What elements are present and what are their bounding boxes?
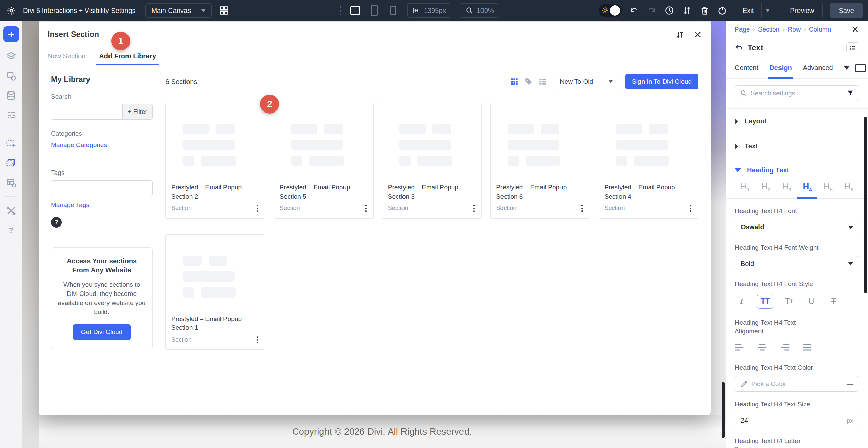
accordion-layout[interactable]: Layout bbox=[726, 109, 868, 134]
align-center-icon[interactable] bbox=[757, 343, 767, 351]
tools-icon[interactable] bbox=[6, 205, 17, 216]
panel-scrollbar[interactable] bbox=[864, 117, 867, 293]
underline-style-button[interactable]: U bbox=[805, 294, 818, 309]
italic-style-button[interactable]: I bbox=[735, 294, 748, 309]
modal-close-icon[interactable] bbox=[694, 30, 702, 39]
accordion-heading-text[interactable]: Heading Text bbox=[726, 159, 868, 181]
library-section-card[interactable]: Prestyled – Email Popup Section 3 Sectio… bbox=[382, 103, 482, 219]
manage-categories-link[interactable]: Manage Categories bbox=[51, 141, 107, 149]
theme-toggle[interactable] bbox=[599, 4, 622, 17]
heading-level-h4[interactable]: H4 bbox=[797, 181, 818, 198]
add-element-button[interactable] bbox=[3, 26, 19, 42]
filter-funnel-icon[interactable] bbox=[847, 89, 854, 97]
design-presets-icon[interactable] bbox=[6, 70, 17, 81]
undo-icon[interactable] bbox=[629, 5, 639, 16]
accordion-text[interactable]: Text bbox=[726, 134, 868, 159]
interactions-icon[interactable] bbox=[6, 138, 17, 149]
breadcrumb-column[interactable]: Column bbox=[809, 26, 831, 33]
trash-icon[interactable] bbox=[699, 5, 710, 16]
library-help-icon[interactable]: ? bbox=[51, 217, 62, 228]
list-view-icon[interactable] bbox=[538, 77, 547, 86]
get-divi-cloud-button[interactable]: Get Divi Cloud bbox=[73, 324, 131, 340]
breadcrumb-row[interactable]: Row bbox=[788, 26, 801, 33]
h4-font-weight-value: Bold bbox=[741, 260, 754, 268]
redo-icon[interactable] bbox=[647, 5, 657, 16]
library-section-card[interactable]: Prestyled – Email Popup Section 5 Sectio… bbox=[274, 103, 373, 219]
heading-level-h6[interactable]: H6 bbox=[839, 181, 859, 198]
tablet-view-icon[interactable] bbox=[369, 5, 379, 16]
align-left-icon[interactable] bbox=[735, 343, 745, 351]
library-search-input[interactable] bbox=[51, 104, 122, 119]
desktop-view-icon[interactable] bbox=[350, 5, 360, 16]
tab-design[interactable]: Design bbox=[769, 58, 792, 78]
grid-view-icon[interactable] bbox=[510, 77, 519, 86]
desktop-preview-icon[interactable] bbox=[855, 64, 866, 72]
page-settings-gear-icon[interactable] bbox=[6, 5, 16, 16]
save-button[interactable]: Save bbox=[830, 3, 863, 18]
preview-button[interactable]: Preview bbox=[782, 3, 823, 18]
library-section-card[interactable]: Prestyled – Email Popup Section 6 Sectio… bbox=[490, 103, 590, 219]
canvas-scrollbar[interactable] bbox=[722, 382, 725, 438]
canvas-selector[interactable]: Main Canvas bbox=[145, 3, 212, 18]
card-menu-button[interactable] bbox=[580, 203, 585, 213]
history-icon[interactable] bbox=[664, 5, 674, 16]
card-menu-button[interactable] bbox=[255, 335, 260, 345]
filter-button[interactable]: + Filter bbox=[122, 104, 152, 119]
layers-icon[interactable] bbox=[6, 51, 17, 62]
card-menu-button[interactable] bbox=[688, 203, 693, 213]
h4-text-color-picker[interactable]: Pick a Color — bbox=[735, 376, 859, 392]
heading-level-h1[interactable]: H1 bbox=[735, 181, 755, 198]
heading-level-h5[interactable]: H5 bbox=[818, 181, 839, 198]
panel-close-icon[interactable] bbox=[851, 25, 859, 33]
sort-layers-icon[interactable] bbox=[682, 5, 692, 16]
exit-dropdown-button[interactable] bbox=[762, 3, 774, 18]
field-list-icon[interactable] bbox=[6, 110, 17, 121]
canvas-zoom-field[interactable]: 100% bbox=[460, 3, 499, 18]
card-menu-button[interactable] bbox=[255, 203, 260, 213]
search-icon bbox=[740, 89, 747, 97]
canvas-width-field[interactable]: 1395px bbox=[407, 3, 451, 18]
back-arrow-icon[interactable] bbox=[735, 44, 743, 52]
power-save-icon[interactable] bbox=[717, 5, 727, 16]
manage-tags-link[interactable]: Manage Tags bbox=[51, 201, 90, 209]
tab-new-section[interactable]: New Section bbox=[47, 47, 85, 65]
tag-view-icon[interactable] bbox=[524, 77, 533, 86]
modal-sort-icon[interactable] bbox=[675, 30, 684, 39]
tab-content[interactable]: Content bbox=[735, 58, 758, 78]
exit-button[interactable]: Exit bbox=[735, 3, 762, 18]
sections-grid: Prestyled – Email Popup Section 2 Sectio… bbox=[165, 103, 698, 350]
phone-view-icon[interactable] bbox=[388, 5, 398, 16]
breadcrumb-section[interactable]: Section bbox=[758, 26, 780, 33]
align-right-icon[interactable] bbox=[780, 343, 790, 351]
card-menu-button[interactable] bbox=[472, 203, 476, 213]
sign-in-divi-cloud-button[interactable]: Sign In To Divi Cloud bbox=[625, 74, 698, 89]
help-icon[interactable]: ? bbox=[6, 225, 17, 236]
card-menu-button[interactable] bbox=[363, 203, 368, 213]
align-justify-icon[interactable] bbox=[802, 343, 812, 351]
strikethrough-style-button[interactable]: T bbox=[827, 294, 841, 309]
h4-font-weight-select[interactable]: Bold bbox=[735, 256, 859, 271]
uppercase-style-button[interactable]: TT bbox=[757, 294, 773, 309]
visibility-conditions-icon[interactable] bbox=[6, 158, 17, 168]
heading-level-h3[interactable]: H3 bbox=[776, 181, 797, 198]
panel-dock-icon[interactable] bbox=[846, 42, 859, 53]
library-section-card[interactable]: Prestyled – Email Popup Section 4 Sectio… bbox=[599, 103, 698, 219]
layout-grid-icon[interactable] bbox=[219, 5, 229, 16]
library-section-card[interactable]: Prestyled – Email Popup Section 2 Sectio… bbox=[165, 103, 265, 219]
h4-font-select[interactable]: Oswald bbox=[735, 220, 859, 235]
library-section-card[interactable]: Prestyled – Email Popup Section 1 Sectio… bbox=[165, 234, 265, 350]
h4-text-size-input[interactable] bbox=[741, 416, 820, 424]
sort-order-select[interactable]: New To Old bbox=[554, 74, 618, 89]
size-unit-label: px bbox=[847, 417, 853, 424]
database-icon[interactable] bbox=[6, 90, 17, 101]
toolbar-drag-handle[interactable] bbox=[340, 6, 341, 15]
breadcrumb-page[interactable]: Page bbox=[735, 26, 750, 33]
theme-builder-icon[interactable] bbox=[6, 177, 17, 188]
tags-input[interactable] bbox=[51, 180, 153, 196]
responsive-dropdown-icon[interactable] bbox=[844, 66, 849, 70]
tab-add-from-library[interactable]: Add From Library bbox=[99, 47, 156, 65]
tab-advanced[interactable]: Advanced bbox=[803, 58, 833, 78]
smallcaps-style-button[interactable]: TT bbox=[782, 294, 796, 309]
heading-level-h2[interactable]: H2 bbox=[755, 181, 776, 198]
settings-search-input[interactable] bbox=[751, 89, 843, 97]
